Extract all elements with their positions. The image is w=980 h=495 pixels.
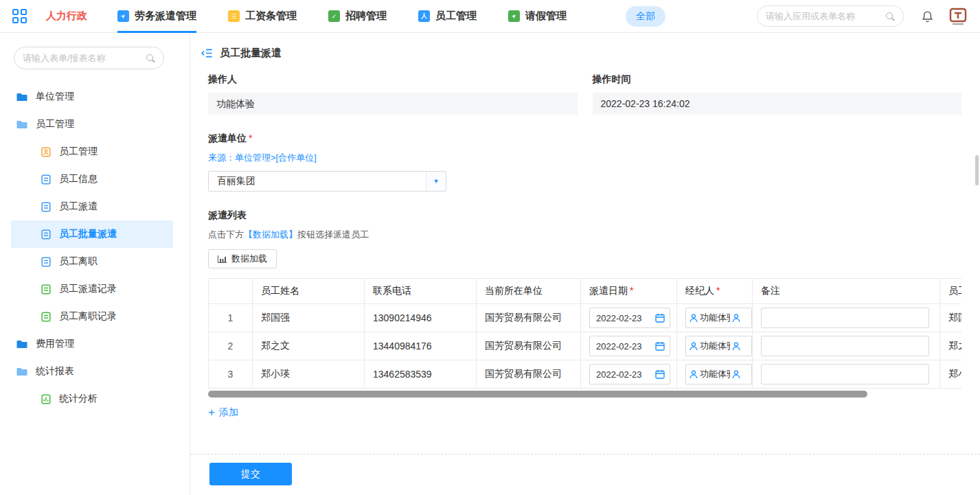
bar-chart-icon	[218, 255, 227, 263]
remark-input[interactable]	[761, 364, 929, 384]
add-row-button[interactable]: + 添加	[208, 406, 238, 419]
calendar-icon[interactable]	[655, 313, 665, 323]
sidebar-item-employee-info[interactable]: 员工信息	[11, 165, 173, 193]
cell-phone: 13462583539	[365, 360, 477, 389]
hint-load-link[interactable]: 【数据加载】	[244, 229, 297, 240]
form-search[interactable]	[14, 47, 164, 69]
row-index: 1	[209, 304, 253, 332]
record-icon	[41, 312, 51, 322]
global-search-input[interactable]	[766, 11, 880, 21]
notification-bell-icon[interactable]	[922, 10, 933, 23]
cell-employee: 郑国强	[940, 304, 962, 332]
operator-label: 操作人	[208, 73, 578, 86]
table-header-row: 员工姓名 联系电话 当前所在单位 派遣日期* 经纪人* 备注 员工	[209, 279, 962, 304]
sidebar-item-label: 员工派遣记录	[59, 283, 117, 295]
remark-input[interactable]	[761, 308, 929, 328]
chart-icon	[41, 394, 51, 404]
dispatch-date-input[interactable]: 2022-02-23	[589, 364, 670, 384]
company-logo[interactable]	[948, 7, 968, 26]
tab-recruitment[interactable]: ✓ 招聘管理	[328, 0, 387, 33]
sidebar-item-employee-batch-dispatch[interactable]: 员工批量派遣	[11, 220, 173, 248]
column-header-agent: 经纪人*	[677, 279, 753, 304]
person-icon[interactable]	[732, 342, 740, 351]
caret-down-icon[interactable]: ▼	[426, 172, 446, 191]
sidebar-item-label: 单位管理	[36, 91, 74, 103]
dispatch-table: 员工姓名 联系电话 当前所在单位 派遣日期* 经纪人* 备注 员工	[208, 278, 961, 389]
calendar-icon[interactable]	[655, 369, 665, 379]
page-title: 员工批量派遣	[220, 47, 282, 60]
dispatch-unit-select[interactable]: 百丽集团 ▼	[208, 171, 446, 192]
sidebar-item-expense-management[interactable]: 费用管理	[11, 330, 173, 358]
record-icon	[41, 284, 51, 295]
data-load-button[interactable]: 数据加载	[208, 249, 277, 268]
tab-label: 员工管理	[435, 10, 477, 23]
dispatch-unit-label: 派遣单位*	[208, 133, 961, 145]
selected-unit: 百丽集团	[209, 175, 426, 187]
form-search-input[interactable]	[23, 53, 140, 63]
agent-picker[interactable]: 功能体验	[685, 364, 752, 384]
person-icon	[690, 342, 698, 351]
sidebar-item-label: 员工离职	[59, 255, 98, 268]
sidebar-item-label: 统计报表	[36, 365, 74, 378]
global-search[interactable]	[757, 5, 904, 27]
brand-title[interactable]: 人力行政	[46, 10, 87, 23]
main-content: 员工批量派遣 操作人 功能体验 操作时间 2022-02-23 16:24:02…	[190, 33, 980, 495]
folder-open-icon	[16, 119, 27, 129]
sidebar-item-resignation-records[interactable]: 员工离职记录	[11, 303, 173, 330]
vertical-scrollbar-thumb[interactable]	[975, 155, 979, 185]
search-icon[interactable]	[885, 12, 895, 21]
source-link[interactable]: 单位管理>[合作单位]	[235, 152, 317, 163]
sidebar-item-dispatch-records[interactable]: 员工派遣记录	[11, 275, 173, 303]
source-prefix: 来源：	[208, 152, 235, 163]
tab-employee-management[interactable]: 人 员工管理	[418, 0, 477, 33]
search-icon[interactable]	[146, 54, 155, 63]
operation-time-label: 操作时间	[593, 73, 962, 86]
remark-input[interactable]	[761, 336, 929, 356]
tab-payslip[interactable]: ☰ 工资条管理	[228, 0, 297, 33]
agent-picker[interactable]: 功能体验	[685, 308, 752, 328]
dispatch-date-input[interactable]: 2022-02-23	[589, 336, 670, 356]
dispatch-date-input[interactable]: 2022-02-23	[589, 308, 670, 328]
cell-name: 郑之文	[253, 332, 365, 360]
sidebar-item-label: 员工离职记录	[59, 310, 117, 323]
all-apps-badge[interactable]: 全部	[626, 6, 665, 27]
submit-button[interactable]: 提交	[209, 463, 292, 485]
calendar-icon[interactable]	[655, 341, 665, 351]
sidebar-item-employee-dispatch[interactable]: 员工派遣	[11, 193, 173, 220]
sidebar-item-employee-management-form[interactable]: 员工管理	[11, 138, 173, 165]
column-header-remark: 备注	[753, 279, 940, 304]
tab-label: 劳务派遣管理	[135, 10, 196, 23]
app-grid-icon[interactable]	[12, 9, 27, 23]
person-icon[interactable]	[732, 314, 740, 323]
sidebar-item-statistics-analysis[interactable]: 统计分析	[11, 385, 173, 413]
sidebar: 单位管理 员工管理 员工管理 员工信息 员工派遣 员工批量派遣 员工离职 员工	[0, 33, 190, 495]
folder-icon	[16, 92, 27, 102]
form-footer: 提交	[190, 454, 980, 495]
sidebar-item-label: 员工信息	[59, 173, 98, 185]
table-row: 2 郑之文 13440984176 国芳贸易有限公司 2022-02-23 功能…	[209, 332, 962, 360]
folder-open-icon	[16, 367, 27, 376]
document-icon	[41, 257, 51, 267]
column-header-index	[209, 279, 253, 304]
tab-label: 请假管理	[525, 10, 567, 23]
sidebar-item-employee-resignation[interactable]: 员工离职	[11, 248, 173, 275]
tab-labor-dispatch[interactable]: ➤ 劳务派遣管理	[117, 0, 196, 33]
tab-leave-management[interactable]: ➤ 请假管理	[508, 0, 567, 33]
person-icon[interactable]	[732, 370, 740, 379]
horizontal-scrollbar[interactable]	[208, 391, 961, 398]
collapse-sidebar-icon[interactable]	[201, 48, 213, 58]
sidebar-item-employee-management[interactable]: 员工管理	[11, 111, 173, 138]
cell-phone: 13440984176	[365, 332, 477, 360]
dispatch-list-label: 派遣列表	[208, 209, 961, 222]
column-header-date: 派遣日期*	[581, 279, 677, 304]
sidebar-item-unit-management[interactable]: 单位管理	[11, 83, 173, 111]
agent-picker[interactable]: 功能体验	[685, 336, 752, 356]
sidebar-item-statistics-reports[interactable]: 统计报表	[11, 358, 173, 385]
cell-name: 郑小瑛	[253, 360, 365, 389]
scrollbar-thumb[interactable]	[208, 391, 867, 398]
document-icon	[41, 174, 51, 185]
person-form-icon	[41, 147, 51, 157]
operation-time-value: 2022-02-23 16:24:02	[593, 93, 962, 115]
document-icon	[41, 202, 51, 212]
required-mark: *	[249, 133, 252, 143]
